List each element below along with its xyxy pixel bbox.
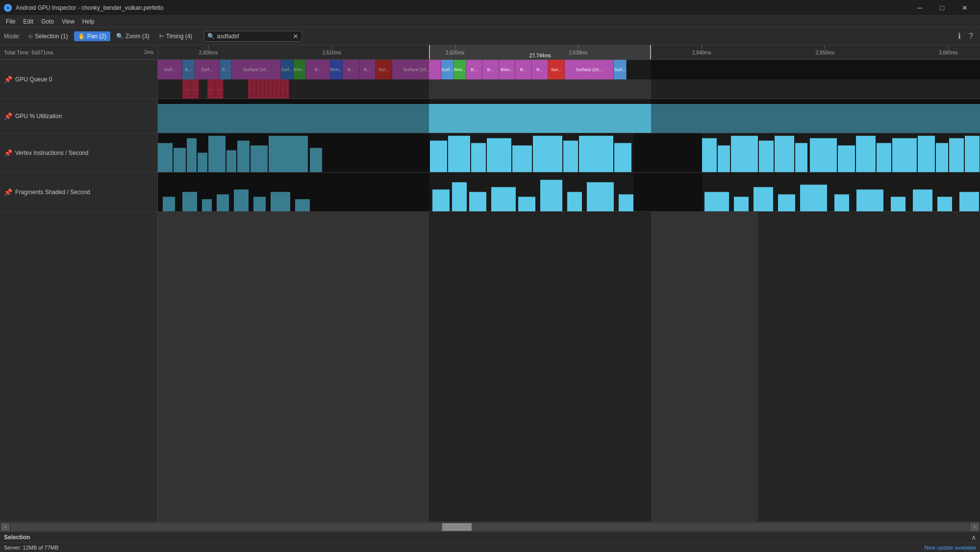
zoom-mode-label: Zoom (3) <box>126 33 150 40</box>
gpu-util-content[interactable] <box>158 99 980 133</box>
search-clear-button[interactable]: ✕ <box>293 32 299 40</box>
svg-rect-47 <box>432 190 450 211</box>
pan-icon: ✋ <box>78 33 85 40</box>
svg-rect-20 <box>614 143 631 172</box>
pin-icon-vertex[interactable]: 📌 <box>4 149 12 157</box>
horizontal-scrollbar[interactable]: ‹ › <box>0 522 980 531</box>
update-link[interactable]: New update available <box>925 545 976 551</box>
svg-rect-23 <box>731 136 758 172</box>
scroll-thumb[interactable] <box>442 523 472 531</box>
help-icon-button[interactable]: ? <box>966 31 976 42</box>
empty-col-3 <box>651 212 758 522</box>
svg-rect-62 <box>856 190 883 211</box>
maximize-button[interactable]: □ <box>931 0 954 16</box>
close-button[interactable]: ✕ <box>954 0 976 16</box>
empty-area <box>0 212 980 522</box>
menu-file[interactable]: File <box>2 17 19 26</box>
svg-rect-25 <box>775 136 794 172</box>
svg-rect-15 <box>487 138 511 172</box>
svg-rect-29 <box>856 136 876 172</box>
collapse-button[interactable]: ∧ <box>971 533 976 541</box>
svg-rect-68 <box>633 173 702 211</box>
track-label-fragments: 📌 Fragments Shaded / Second <box>0 173 158 211</box>
svg-rect-32 <box>918 136 935 172</box>
svg-rect-63 <box>891 197 905 211</box>
svg-rect-67 <box>158 173 429 211</box>
menu-edit[interactable]: Edit <box>19 17 37 26</box>
menu-help[interactable]: Help <box>78 17 99 26</box>
ruler-row: Total Time: 5s071ms 2ms 2,600ms 2,610ms … <box>0 45 980 60</box>
svg-rect-21 <box>702 138 717 172</box>
pin-icon-gpu-util[interactable]: 📌 <box>4 112 12 120</box>
menu-view[interactable]: View <box>58 17 78 26</box>
svg-rect-36 <box>158 133 429 172</box>
server-info: Server: 12MB of 77MB <box>4 545 58 551</box>
svg-rect-12 <box>430 141 447 172</box>
track-gpu-queue: 📌 GPU Queue 0 Surf... B... Surf... B... … <box>0 60 980 99</box>
selection-region[interactable]: 27.744ms <box>429 45 651 59</box>
timing-icon: ⊢ <box>159 33 164 40</box>
svg-rect-56 <box>704 192 729 212</box>
title-bar-left: Android GPU Inspector - chonky_bender_vu… <box>4 4 164 12</box>
scroll-right-button[interactable]: › <box>970 523 979 531</box>
zoom-icon: 🔍 <box>116 33 124 40</box>
empty-col-4 <box>758 212 980 522</box>
svg-point-1 <box>6 6 9 9</box>
svg-rect-18 <box>563 141 578 172</box>
ruler-left: Total Time: 5s071ms 2ms <box>0 45 158 59</box>
empty-content <box>158 212 980 522</box>
svg-rect-48 <box>452 182 467 211</box>
app-icon <box>4 4 12 12</box>
svg-rect-53 <box>567 192 582 212</box>
track-label-gpu-util: 📌 GPU % Utilization <box>0 99 158 133</box>
scroll-track[interactable] <box>11 523 969 531</box>
ruler-content[interactable]: 2,600ms 2,610ms 2,620ms 2,630ms 2,640ms … <box>158 45 980 59</box>
svg-rect-34 <box>949 138 964 172</box>
svg-rect-37 <box>633 133 702 172</box>
svg-rect-33 <box>936 143 948 172</box>
scroll-left-button[interactable]: ‹ <box>1 523 10 531</box>
empty-col-2 <box>429 212 651 522</box>
pin-icon-gpu-queue[interactable]: 📌 <box>4 75 12 83</box>
menu-goto[interactable]: Goto <box>37 17 58 26</box>
selection-mode-button[interactable]: ⊹ Selection (1) <box>24 31 72 41</box>
bottom-panel: Selection ∧ Server: 12MB of 77MB New upd… <box>0 531 980 552</box>
info-button[interactable]: ℹ <box>955 30 964 42</box>
gpu-queue-label: GPU Queue 0 <box>15 76 52 83</box>
title-bar: Android GPU Inspector - chonky_bender_vu… <box>0 0 980 16</box>
mode-label: Mode: <box>4 33 20 40</box>
svg-rect-66 <box>959 192 979 212</box>
svg-rect-31 <box>892 138 917 172</box>
svg-rect-14 <box>471 143 486 172</box>
vertex-content[interactable] <box>158 133 980 172</box>
fragments-label: Fragments Shaded / Second <box>15 189 90 196</box>
gpu-queue-content[interactable]: Surf... B... Surf... B... Surface (10...… <box>158 60 980 99</box>
svg-rect-55 <box>619 194 633 211</box>
track-gpu-util: 📌 GPU % Utilization <box>0 99 980 133</box>
selection-title: Selection <box>4 534 30 541</box>
server-label: Server: <box>4 545 21 551</box>
svg-rect-26 <box>795 143 807 172</box>
selection-icon: ⊹ <box>28 33 33 40</box>
fragments-content[interactable] <box>158 173 980 211</box>
svg-rect-24 <box>759 141 774 172</box>
svg-rect-28 <box>838 146 855 172</box>
zoom-mode-button[interactable]: 🔍 Zoom (3) <box>112 31 153 41</box>
bottom-panel-content: Server: 12MB of 77MB New update availabl… <box>0 543 980 552</box>
search-icon: 🔍 <box>207 33 215 40</box>
timing-mode-label: Timing (4) <box>166 33 193 40</box>
track-vertex: 📌 Vertex Instructions / Second <box>0 133 980 173</box>
svg-rect-30 <box>877 143 891 172</box>
minimize-button[interactable]: ─ <box>908 0 931 16</box>
svg-rect-51 <box>518 197 535 211</box>
svg-rect-19 <box>579 136 613 172</box>
svg-rect-50 <box>491 187 516 211</box>
title-bar-controls: ─ □ ✕ <box>908 0 976 16</box>
search-input[interactable] <box>217 33 293 40</box>
timing-mode-button[interactable]: ⊢ Timing (4) <box>155 31 197 41</box>
pan-mode-button[interactable]: ✋ Pan (2) <box>74 31 110 41</box>
menu-bar: File Edit Goto View Help <box>0 16 980 27</box>
svg-rect-16 <box>512 146 532 172</box>
server-value: 12MB of 77MB <box>23 545 59 551</box>
pin-icon-fragments[interactable]: 📌 <box>4 188 12 196</box>
